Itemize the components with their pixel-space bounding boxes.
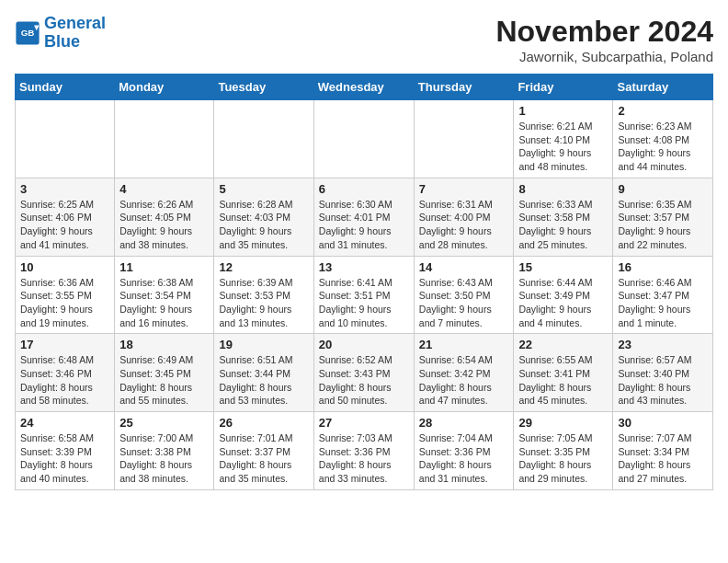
day-info: Sunrise: 6:55 AM Sunset: 3:41 PM Dayligh…	[518, 353, 608, 408]
day-number: 18	[119, 338, 209, 351]
day-number: 1	[518, 104, 608, 118]
day-number: 22	[518, 338, 608, 351]
calendar-week-row: 1Sunrise: 6:21 AM Sunset: 4:10 PM Daylig…	[16, 100, 713, 178]
calendar-cell: 12Sunrise: 6:39 AM Sunset: 3:53 PM Dayli…	[214, 256, 313, 334]
calendar-cell: 28Sunrise: 7:04 AM Sunset: 3:36 PM Dayli…	[414, 412, 514, 490]
calendar-cell: 17Sunrise: 6:48 AM Sunset: 3:46 PM Dayli…	[16, 334, 115, 412]
calendar-cell: 2Sunrise: 6:23 AM Sunset: 4:08 PM Daylig…	[613, 100, 713, 178]
calendar-cell: 3Sunrise: 6:25 AM Sunset: 4:06 PM Daylig…	[16, 178, 115, 256]
day-info: Sunrise: 7:00 AM Sunset: 3:38 PM Dayligh…	[119, 431, 209, 486]
day-info: Sunrise: 6:49 AM Sunset: 3:45 PM Dayligh…	[119, 353, 209, 408]
month-title: November 2024	[495, 15, 713, 49]
header: GB General Blue November 2024 Jawornik, …	[15, 15, 713, 64]
day-number: 6	[319, 182, 409, 196]
day-info: Sunrise: 6:38 AM Sunset: 3:54 PM Dayligh…	[119, 276, 209, 330]
calendar-week-row: 3Sunrise: 6:25 AM Sunset: 4:06 PM Daylig…	[16, 178, 713, 256]
calendar-cell: 30Sunrise: 7:07 AM Sunset: 3:34 PM Dayli…	[613, 412, 713, 490]
day-number: 15	[518, 260, 608, 274]
day-number: 13	[319, 260, 409, 274]
calendar-cell: 6Sunrise: 6:30 AM Sunset: 4:01 PM Daylig…	[313, 178, 414, 256]
day-info: Sunrise: 6:31 AM Sunset: 4:00 PM Dayligh…	[419, 198, 509, 252]
day-info: Sunrise: 6:36 AM Sunset: 3:55 PM Dayligh…	[20, 276, 109, 330]
day-info: Sunrise: 6:39 AM Sunset: 3:53 PM Dayligh…	[219, 276, 308, 330]
day-number: 4	[119, 182, 209, 196]
day-info: Sunrise: 7:03 AM Sunset: 3:36 PM Dayligh…	[319, 431, 409, 486]
day-info: Sunrise: 6:33 AM Sunset: 3:58 PM Dayligh…	[518, 198, 608, 252]
day-info: Sunrise: 6:44 AM Sunset: 3:49 PM Dayligh…	[518, 276, 608, 330]
day-number: 27	[319, 416, 409, 430]
day-info: Sunrise: 6:26 AM Sunset: 4:05 PM Dayligh…	[119, 198, 209, 252]
day-header-wednesday: Wednesday	[313, 75, 414, 100]
day-number: 29	[518, 416, 608, 430]
logo-text: General Blue	[44, 15, 106, 52]
day-info: Sunrise: 6:54 AM Sunset: 3:42 PM Dayligh…	[419, 353, 509, 408]
calendar-cell: 25Sunrise: 7:00 AM Sunset: 3:38 PM Dayli…	[115, 412, 214, 490]
day-number: 17	[20, 338, 109, 351]
calendar-cell: 13Sunrise: 6:41 AM Sunset: 3:51 PM Dayli…	[313, 256, 414, 334]
day-number: 12	[219, 260, 308, 274]
calendar-cell: 4Sunrise: 6:26 AM Sunset: 4:05 PM Daylig…	[115, 178, 214, 256]
day-header-thursday: Thursday	[414, 75, 514, 100]
calendar-cell: 7Sunrise: 6:31 AM Sunset: 4:00 PM Daylig…	[414, 178, 514, 256]
day-info: Sunrise: 6:46 AM Sunset: 3:47 PM Dayligh…	[618, 276, 708, 330]
calendar-cell: 14Sunrise: 6:43 AM Sunset: 3:50 PM Dayli…	[414, 256, 514, 334]
day-number: 19	[219, 338, 308, 351]
day-info: Sunrise: 6:51 AM Sunset: 3:44 PM Dayligh…	[219, 353, 308, 408]
day-number: 25	[119, 416, 209, 430]
day-number: 10	[20, 260, 109, 274]
calendar-cell	[414, 100, 514, 178]
day-info: Sunrise: 6:25 AM Sunset: 4:06 PM Dayligh…	[20, 198, 109, 252]
day-info: Sunrise: 6:57 AM Sunset: 3:40 PM Dayligh…	[618, 353, 708, 408]
svg-text:GB: GB	[21, 28, 35, 38]
day-header-tuesday: Tuesday	[214, 75, 313, 100]
calendar-cell: 20Sunrise: 6:52 AM Sunset: 3:43 PM Dayli…	[313, 334, 414, 412]
calendar-cell: 15Sunrise: 6:44 AM Sunset: 3:49 PM Dayli…	[514, 256, 613, 334]
logo: GB General Blue	[15, 15, 106, 52]
day-info: Sunrise: 6:43 AM Sunset: 3:50 PM Dayligh…	[419, 276, 509, 330]
calendar-cell: 29Sunrise: 7:05 AM Sunset: 3:35 PM Dayli…	[514, 412, 613, 490]
calendar-cell: 23Sunrise: 6:57 AM Sunset: 3:40 PM Dayli…	[613, 334, 713, 412]
calendar-week-row: 24Sunrise: 6:58 AM Sunset: 3:39 PM Dayli…	[16, 412, 713, 490]
day-number: 26	[219, 416, 308, 430]
day-info: Sunrise: 7:05 AM Sunset: 3:35 PM Dayligh…	[518, 431, 608, 486]
calendar-cell: 24Sunrise: 6:58 AM Sunset: 3:39 PM Dayli…	[16, 412, 115, 490]
calendar-cell	[214, 100, 313, 178]
calendar-cell: 5Sunrise: 6:28 AM Sunset: 4:03 PM Daylig…	[214, 178, 313, 256]
day-header-monday: Monday	[115, 75, 214, 100]
calendar-cell: 21Sunrise: 6:54 AM Sunset: 3:42 PM Dayli…	[414, 334, 514, 412]
day-info: Sunrise: 7:07 AM Sunset: 3:34 PM Dayligh…	[618, 431, 708, 486]
calendar-cell: 10Sunrise: 6:36 AM Sunset: 3:55 PM Dayli…	[16, 256, 115, 334]
day-number: 9	[618, 182, 708, 196]
day-number: 28	[419, 416, 509, 430]
day-number: 14	[419, 260, 509, 274]
calendar-cell	[313, 100, 414, 178]
day-number: 7	[419, 182, 509, 196]
day-number: 5	[219, 182, 308, 196]
day-info: Sunrise: 6:58 AM Sunset: 3:39 PM Dayligh…	[20, 431, 109, 486]
day-number: 21	[419, 338, 509, 351]
day-info: Sunrise: 6:28 AM Sunset: 4:03 PM Dayligh…	[219, 198, 308, 252]
day-number: 11	[119, 260, 209, 274]
day-info: Sunrise: 6:21 AM Sunset: 4:10 PM Dayligh…	[518, 120, 608, 174]
day-number: 23	[618, 338, 708, 351]
day-number: 16	[618, 260, 708, 274]
logo-icon: GB	[15, 20, 40, 46]
calendar-cell: 18Sunrise: 6:49 AM Sunset: 3:45 PM Dayli…	[115, 334, 214, 412]
day-header-saturday: Saturday	[613, 75, 713, 100]
day-number: 20	[319, 338, 409, 351]
day-number: 24	[20, 416, 109, 430]
calendar-cell: 16Sunrise: 6:46 AM Sunset: 3:47 PM Dayli…	[613, 256, 713, 334]
calendar-cell: 27Sunrise: 7:03 AM Sunset: 3:36 PM Dayli…	[313, 412, 414, 490]
day-number: 8	[518, 182, 608, 196]
day-number: 30	[618, 416, 708, 430]
day-info: Sunrise: 6:35 AM Sunset: 3:57 PM Dayligh…	[618, 198, 708, 252]
day-info: Sunrise: 7:04 AM Sunset: 3:36 PM Dayligh…	[419, 431, 509, 486]
calendar-cell: 8Sunrise: 6:33 AM Sunset: 3:58 PM Daylig…	[514, 178, 613, 256]
calendar-cell: 19Sunrise: 6:51 AM Sunset: 3:44 PM Dayli…	[214, 334, 313, 412]
calendar-cell: 9Sunrise: 6:35 AM Sunset: 3:57 PM Daylig…	[613, 178, 713, 256]
day-info: Sunrise: 6:52 AM Sunset: 3:43 PM Dayligh…	[319, 353, 409, 408]
calendar-table: SundayMondayTuesdayWednesdayThursdayFrid…	[15, 74, 713, 490]
calendar-cell: 11Sunrise: 6:38 AM Sunset: 3:54 PM Dayli…	[115, 256, 214, 334]
day-header-sunday: Sunday	[16, 75, 115, 100]
calendar-cell: 26Sunrise: 7:01 AM Sunset: 3:37 PM Dayli…	[214, 412, 313, 490]
